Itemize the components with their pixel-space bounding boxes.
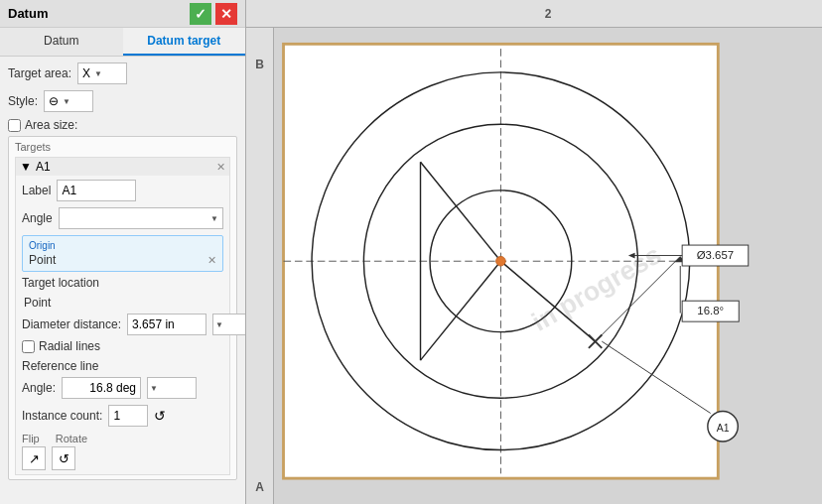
area-size-row: Area size:	[8, 118, 237, 132]
target-item-a1: ▼ A1 ✕ Label Angle	[15, 157, 230, 475]
style-label: Style:	[8, 94, 38, 108]
target-location-value: Point	[22, 296, 223, 310]
instance-label: Instance count:	[22, 409, 102, 423]
ruler-top-number: 2	[545, 7, 552, 21]
ruler-label-a: A	[255, 480, 264, 494]
angle-field-row: Angle: ▼	[22, 377, 223, 399]
tab-datum[interactable]: Datum	[0, 28, 123, 56]
label-row: Label	[22, 180, 223, 201]
diameter-unit-select[interactable]: ▼	[212, 314, 245, 335]
panel-body: Target area: X ▼ Style: ⊖ ▼ Area size: T…	[0, 57, 245, 504]
target-item-header[interactable]: ▼ A1 ✕	[16, 158, 229, 176]
radial-lines-checkbox[interactable]	[22, 340, 35, 353]
canvas-svg-area[interactable]: Ø3.657 16.8° A1 in progress	[274, 28, 822, 504]
angle-select-label: Angle	[22, 211, 53, 225]
cancel-button[interactable]: ✕	[215, 3, 237, 25]
drawing-container: 2 B A	[246, 0, 822, 504]
targets-section: Targets ▼ A1 ✕ Label	[8, 136, 237, 480]
flip-rotate-section: Flip Rotate ↗ ↺	[22, 433, 223, 470]
target-body: Label Angle ▼ Origin	[16, 176, 229, 474]
diameter-row: Diameter distance: ▼	[22, 314, 223, 335]
origin-value: Point	[29, 253, 56, 267]
rotate-button[interactable]: ↺	[52, 446, 75, 470]
target-area-arrow-icon: ▼	[94, 69, 102, 78]
label-label: Label	[22, 184, 51, 197]
angle-select[interactable]: ▼	[59, 207, 223, 229]
targets-title: Targets	[15, 141, 230, 153]
target-area-value: X	[82, 66, 90, 80]
rotate-label: Rotate	[56, 433, 87, 444]
flip-rotate-buttons: ↗ ↺	[22, 446, 223, 470]
tab-datum-target[interactable]: Datum target	[123, 28, 246, 56]
angle-field-label: Angle:	[22, 381, 56, 395]
instance-row: Instance count: ↺	[22, 405, 223, 427]
area-size-checkbox[interactable]	[8, 119, 21, 132]
label-input[interactable]	[57, 180, 136, 201]
area-size-label: Area size:	[25, 118, 77, 132]
target-location-label: Target location	[22, 276, 99, 290]
origin-box: Origin Point ✕	[22, 235, 223, 272]
radial-lines-label: Radial lines	[39, 339, 100, 353]
style-select[interactable]: ⊖ ▼	[44, 90, 93, 112]
origin-label: Origin	[29, 240, 216, 251]
origin-clear-icon[interactable]: ✕	[207, 254, 216, 267]
svg-text:16.8°: 16.8°	[697, 305, 724, 316]
drawing-main: B A	[246, 28, 822, 504]
target-remove-icon[interactable]: ✕	[216, 161, 225, 174]
ruler-label-b: B	[255, 58, 264, 71]
svg-text:Ø3.657: Ø3.657	[697, 249, 734, 261]
angle-unit-select[interactable]: ▼	[147, 377, 197, 399]
style-row: Style: ⊖ ▼	[8, 90, 237, 112]
reference-line-label: Reference line	[22, 359, 223, 373]
main-drawing-svg: Ø3.657 16.8° A1 in progress	[274, 28, 822, 504]
origin-value-row: Point ✕	[29, 253, 216, 267]
diameter-label: Diameter distance:	[22, 317, 121, 331]
ruler-top: 2	[246, 0, 822, 28]
target-area-select[interactable]: X ▼	[77, 63, 127, 84]
target-chevron-icon: ▼	[20, 160, 32, 174]
angle-select-arrow-icon: ▼	[210, 214, 218, 223]
ruler-left: B A	[246, 28, 274, 504]
instance-refresh-icon[interactable]: ↺	[154, 408, 166, 424]
instance-input[interactable]	[108, 405, 148, 427]
panel-header: Datum ✓ ✕	[0, 0, 245, 28]
diameter-input[interactable]	[127, 314, 206, 335]
target-name: A1	[36, 160, 51, 174]
angle-input[interactable]	[62, 377, 141, 399]
canvas-area: 2 B A	[246, 0, 822, 504]
left-panel: Datum ✓ ✕ Datum Datum target Target area…	[0, 0, 246, 504]
radial-lines-row: Radial lines	[22, 339, 223, 353]
target-header-left: ▼ A1	[20, 160, 51, 174]
angle-unit-arrow-icon: ▼	[150, 384, 158, 393]
svg-text:A1: A1	[717, 423, 730, 434]
flip-button[interactable]: ↗	[22, 446, 46, 470]
header-buttons: ✓ ✕	[190, 3, 237, 25]
panel-title: Datum	[8, 6, 48, 21]
style-value: ⊖	[49, 94, 59, 108]
style-arrow-icon: ▼	[63, 97, 70, 106]
flip-rotate-title: Flip Rotate	[22, 433, 223, 444]
tabs: Datum Datum target	[0, 28, 245, 57]
confirm-button[interactable]: ✓	[190, 3, 211, 25]
target-location-row: Target location	[22, 276, 223, 290]
flip-label: Flip	[22, 433, 40, 444]
target-area-row: Target area: X ▼	[8, 63, 237, 84]
target-area-label: Target area:	[8, 66, 71, 80]
angle-select-row: Angle ▼	[22, 207, 223, 229]
svg-point-10	[496, 256, 506, 266]
diameter-unit-arrow-icon: ▼	[215, 320, 223, 329]
